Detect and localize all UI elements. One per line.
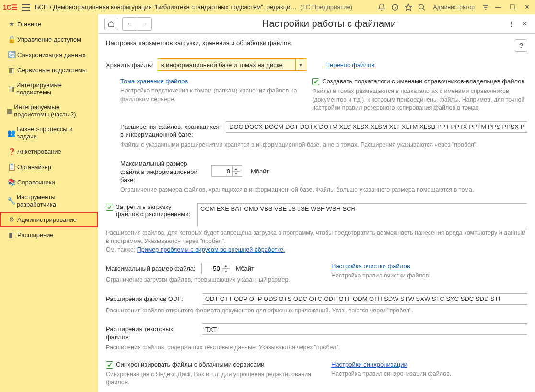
- nav-back-forward: ← →: [122, 17, 152, 31]
- maxsize-ib-label: Максимальный размер файла в информационн…: [120, 158, 207, 184]
- maxsize-ib-spinner[interactable]: ▲▼: [211, 165, 242, 177]
- panel-icon: ◧: [6, 231, 17, 239]
- unit-label: Мбайт: [251, 168, 269, 175]
- txt-input[interactable]: [202, 323, 527, 335]
- transfer-link[interactable]: Перенос файлов: [326, 61, 375, 69]
- sidebar-item-service[interactable]: ▦Сервисные подсистемы: [0, 62, 98, 78]
- svg-point-2: [419, 4, 423, 9]
- search-icon[interactable]: [418, 3, 426, 12]
- grid-icon: ▦: [6, 66, 17, 74]
- people-icon: 👥: [6, 129, 17, 137]
- sidebar-item-extension[interactable]: ◧Расширение: [0, 227, 98, 242]
- sync-settings-link[interactable]: Настройки синхронизации: [331, 361, 407, 368]
- forward-button[interactable]: →: [137, 18, 151, 30]
- gear-icon: ⚙: [6, 216, 17, 223]
- maxsize-spinner[interactable]: ▲▼: [201, 263, 232, 274]
- ext-label: Расширения файлов, хранящихся в информац…: [120, 121, 221, 139]
- spinner-down[interactable]: ▼: [222, 269, 230, 274]
- spinner-up[interactable]: ▲: [233, 166, 240, 172]
- sidebar-item-main[interactable]: ★Главное: [0, 16, 98, 32]
- maxsize-label: Максимальный размер файла:: [106, 265, 196, 272]
- maxsize-input[interactable]: [202, 265, 222, 272]
- sync-checkbox[interactable]: [106, 361, 113, 369]
- store-combo[interactable]: ▼: [158, 58, 306, 71]
- sidebar-item-refs[interactable]: 📚Справочники: [0, 174, 98, 190]
- app-title: БСП / Демонстрационная конфигурация "Биб…: [35, 3, 374, 11]
- cleanup-hint: Настройка правил очистки файлов.: [331, 272, 527, 280]
- grid-icon: ▦: [6, 107, 14, 115]
- volumes-link[interactable]: Тома хранения файлов: [120, 78, 188, 85]
- title-icons: Администратор: [377, 3, 490, 12]
- cleanup-link[interactable]: Настройка очистки файлов: [331, 263, 410, 270]
- virus-link[interactable]: Пример проблемы с вирусом во внешней обр…: [137, 246, 285, 253]
- unit-label: Мбайт: [236, 265, 254, 272]
- sidebar-item-business[interactable]: 👥Бизнес-процессы и задачи: [0, 122, 98, 144]
- odf-input[interactable]: [202, 293, 527, 305]
- subfolders-checkbox[interactable]: [312, 78, 319, 85]
- content-header: ← → Настройки работы с файлами ⋮ ✕: [98, 14, 535, 34]
- sync-checkbox-label: Синхронизировать файлы с облачными серви…: [116, 361, 265, 368]
- list-icon: 📋: [6, 163, 17, 171]
- home-button[interactable]: [104, 18, 118, 30]
- sidebar-item-organizer[interactable]: 📋Органайзер: [0, 159, 98, 174]
- sidebar-item-access[interactable]: 🔒Управление доступом: [0, 32, 98, 47]
- star-icon: ★: [6, 20, 17, 28]
- filter-icon[interactable]: [481, 3, 490, 12]
- spinner-down[interactable]: ▼: [233, 172, 240, 177]
- sidebar-item-integrated2[interactable]: ▦Интегрируемые подсистемы (часть 2): [0, 100, 98, 122]
- sidebar-item-survey[interactable]: ❓Анкетирование: [0, 144, 98, 159]
- sync-icon: 🔄: [6, 51, 17, 58]
- spinner-up[interactable]: ▲: [222, 263, 230, 269]
- grid-icon: ▦: [6, 85, 16, 92]
- books-icon: 📚: [6, 178, 17, 186]
- deny-checkbox-label: Запретить загрузку файлов с расширениями…: [116, 203, 192, 218]
- txt-label: Расширения текстовых файлов:: [106, 323, 197, 342]
- content-body: Настройка параметров загрузки, хранения …: [98, 34, 535, 392]
- close-window-button[interactable]: ✕: [522, 2, 532, 12]
- content-area: ← → Настройки работы с файлами ⋮ ✕ Настр…: [98, 14, 535, 392]
- star-icon[interactable]: [404, 3, 413, 12]
- titlebar: 1C☰ БСП / Демонстрационная конфигурация …: [0, 0, 535, 14]
- sidebar-item-integrated[interactable]: ▦Интегрируемые подсистемы: [0, 78, 98, 100]
- wrench-icon: 🔧: [6, 197, 17, 205]
- menu-button[interactable]: [22, 4, 30, 11]
- back-button[interactable]: ←: [123, 18, 137, 30]
- ext-hint: Файлы с указанными расширениями хранятся…: [106, 141, 527, 150]
- question-icon: ❓: [6, 148, 17, 155]
- maximize-button[interactable]: ☐: [507, 2, 518, 12]
- subfolders-hint: Файлы в томах размещаются в подкаталогах…: [312, 87, 527, 113]
- sidebar-item-admin[interactable]: ⚙Администрирование: [0, 212, 98, 227]
- subfolders-checkbox-label: Создавать подкаталоги с именами справочн…: [322, 78, 524, 85]
- logo-1c: 1C☰: [3, 3, 18, 11]
- close-panel-button[interactable]: ✕: [520, 19, 529, 29]
- chevron-down-icon[interactable]: ▼: [295, 59, 306, 70]
- maxsize-ib-input[interactable]: [212, 168, 232, 175]
- store-combo-input[interactable]: [158, 61, 295, 69]
- page-subtitle: Настройка параметров загрузки, хранения …: [106, 39, 292, 46]
- deny-hint: Расширения файлов, для которых будет зап…: [106, 229, 527, 254]
- user-label[interactable]: Администратор: [433, 4, 475, 11]
- history-icon[interactable]: [391, 3, 399, 12]
- ext-input[interactable]: [226, 121, 527, 133]
- deny-input[interactable]: [197, 203, 527, 227]
- deny-checkbox[interactable]: [106, 204, 113, 211]
- sync-settings-hint: Настройка правил синхронизации файлов.: [331, 370, 527, 379]
- svg-marker-1: [406, 4, 412, 10]
- odf-hint: Расширения файлов открытого формата доку…: [106, 307, 527, 315]
- store-label: Хранить файлы:: [106, 61, 154, 69]
- sync-hint: Синхронизация с Яндекс.Диск, Box и т.д. …: [106, 370, 312, 387]
- maxsize-hint: Ограничение загрузки файлов, превышающих…: [106, 276, 312, 285]
- help-button[interactable]: ?: [515, 39, 527, 52]
- bell-icon[interactable]: [377, 3, 386, 12]
- more-button[interactable]: ⋮: [506, 19, 516, 29]
- txt-hint: Расширения файлов, содержащих текстовые …: [106, 344, 527, 352]
- sidebar-item-devtools[interactable]: 🔧Инструменты разработчика: [0, 190, 98, 212]
- minimize-button[interactable]: —: [493, 2, 503, 12]
- sidebar: ★Главное 🔒Управление доступом 🔄Синхрониз…: [0, 14, 98, 392]
- maxsize-ib-hint: Ограничение размера файлов, хранящихся в…: [106, 186, 527, 195]
- volumes-hint: Настройка подключения к томам (папкам) х…: [120, 87, 298, 104]
- lock-icon: 🔒: [6, 35, 17, 43]
- sidebar-item-sync[interactable]: 🔄Синхронизация данных: [0, 47, 98, 62]
- window-controls: — ☐ ✕: [493, 2, 532, 12]
- odf-label: Расширения файлов ODF:: [106, 293, 197, 303]
